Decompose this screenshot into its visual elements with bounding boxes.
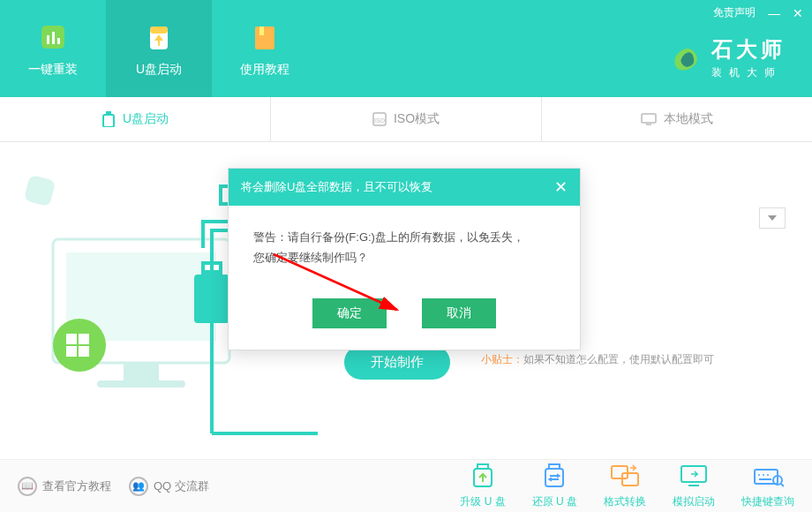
- warning-line2: 您确定要继续制作吗？: [253, 247, 555, 267]
- cancel-button[interactable]: 取消: [422, 298, 496, 328]
- confirm-button[interactable]: 确定: [312, 298, 387, 328]
- modal-close-button[interactable]: ✕: [554, 177, 568, 197]
- modal-overlay: 将会删除U盘全部数据，且不可以恢复 ✕ 警告：请自行备份(F:G:)盘上的所有数…: [0, 0, 812, 512]
- modal-title: 将会删除U盘全部数据，且不可以恢复: [241, 179, 432, 195]
- modal-header: 将会删除U盘全部数据，且不可以恢复 ✕: [229, 169, 580, 206]
- confirm-modal: 将会删除U盘全部数据，且不可以恢复 ✕ 警告：请自行备份(F:G:)盘上的所有数…: [228, 168, 581, 350]
- warning-line1: 警告：请自行备份(F:G:)盘上的所有数据，以免丢失，: [253, 227, 555, 247]
- modal-body: 警告：请自行备份(F:G:)盘上的所有数据，以免丢失， 您确定要继续制作吗？: [229, 206, 580, 290]
